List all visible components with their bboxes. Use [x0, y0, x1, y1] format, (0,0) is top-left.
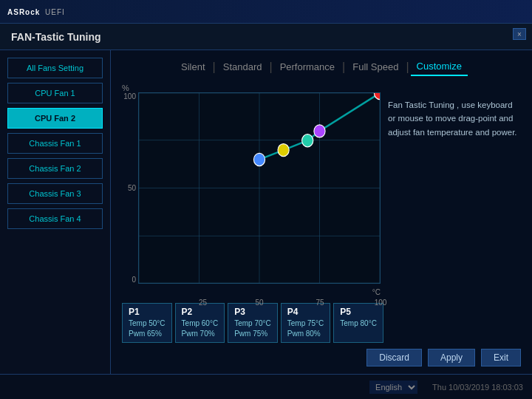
p5-label: P5 [340, 307, 377, 317]
y-min: 0 [132, 276, 136, 284]
tab-silent[interactable]: Silent [175, 58, 211, 75]
sidebar-item-chassis-fan3[interactable]: Chassis Fan 3 [7, 183, 103, 204]
chart-desc-row: % [122, 83, 521, 299]
x-50: 50 [255, 299, 263, 307]
p3-label: P3 [234, 307, 271, 317]
x-25: 25 [199, 299, 207, 307]
y-max: 100 [123, 92, 136, 100]
chart-y-label: % [122, 83, 129, 92]
sidebar-item-chassis-fan4[interactable]: Chassis Fan 4 [7, 208, 103, 229]
p4-label: P4 [287, 307, 324, 317]
y-axis-labels: 100 50 0 [122, 92, 138, 284]
p4-pwm: Pwm 80% [287, 329, 324, 339]
svg-point-22 [374, 93, 380, 100]
description-box: Fan Tastic Tuning , use keyboard or mous… [388, 83, 521, 299]
svg-point-20 [302, 134, 313, 147]
celsius-label: °C [372, 288, 381, 296]
close-button[interactable]: × [513, 28, 526, 40]
exit-button[interactable]: Exit [481, 349, 521, 366]
page-title: FAN-Tastic Tuning [11, 31, 101, 43]
main-content: All Fans Setting CPU Fan 1 CPU Fan 2 Cha… [0, 50, 532, 374]
tab-performance[interactable]: Performance [274, 58, 341, 75]
apply-button[interactable]: Apply [428, 349, 475, 366]
sidebar-item-all-fans[interactable]: All Fans Setting [7, 58, 103, 78]
p3-temp: Temp 70°C [234, 318, 271, 329]
logo: ASRock UEFI [7, 6, 65, 17]
logo-suffix: UEFI [45, 8, 65, 16]
p-point-1[interactable]: P1 Temp 50°C Pwm 65% [122, 303, 172, 343]
p3-pwm: Pwm 75% [234, 329, 271, 339]
bottom-bar: English Thu 10/03/2019 18:03:03 [0, 374, 532, 399]
p-points-row: P1 Temp 50°C Pwm 65% P2 Temp 60°C Pwm 70… [122, 303, 521, 343]
tab-full-speed[interactable]: Full Speed [347, 58, 404, 75]
tab-standard[interactable]: Standard [217, 58, 268, 75]
p4-temp: Temp 75°C [287, 318, 324, 329]
chart-wrapper: % [122, 83, 381, 299]
chart-area[interactable]: 100 50 0 25 50 75 100 °C [138, 92, 381, 284]
logo-text: ASRock [7, 8, 40, 16]
language-select[interactable]: English [369, 381, 417, 394]
svg-point-21 [314, 125, 325, 137]
sidebar-item-cpu-fan2[interactable]: CPU Fan 2 [7, 108, 103, 129]
right-area: Silent | Standard | Performance | Full S… [111, 50, 532, 374]
action-buttons: Discard Apply Exit [122, 349, 521, 366]
tab-customize[interactable]: Customize [411, 58, 468, 76]
datetime: Thu 10/03/2019 18:03:03 [432, 383, 523, 392]
p-point-5[interactable]: P5 Temp 80°C [333, 303, 383, 343]
p5-temp: Temp 80°C [340, 318, 377, 329]
sidebar-item-cpu-fan1[interactable]: CPU Fan 1 [7, 83, 103, 103]
discard-button[interactable]: Discard [366, 349, 422, 366]
header-bar: ASRock UEFI [0, 0, 532, 24]
p-point-3[interactable]: P3 Temp 70°C Pwm 75% [228, 303, 278, 343]
p2-pwm: Pwm 70% [182, 329, 219, 339]
sidebar-item-chassis-fan1[interactable]: Chassis Fan 1 [7, 133, 103, 154]
svg-point-19 [278, 144, 289, 157]
description-text: Fan Tastic Tuning , use keyboard or mous… [388, 100, 517, 137]
chart-svg: 100 50 0 25 50 75 100 °C [139, 93, 380, 283]
p2-label: P2 [182, 307, 219, 317]
x-100: 100 [375, 299, 387, 307]
mode-tabs: Silent | Standard | Performance | Full S… [122, 58, 521, 76]
p1-pwm: Pwm 65% [129, 329, 166, 339]
p1-temp: Temp 50°C [129, 318, 166, 329]
title-bar: FAN-Tastic Tuning × [0, 24, 532, 50]
sidebar-item-chassis-fan2[interactable]: Chassis Fan 2 [7, 158, 103, 179]
sidebar: All Fans Setting CPU Fan 1 CPU Fan 2 Cha… [0, 50, 111, 374]
x-75: 75 [316, 299, 324, 307]
p2-temp: Temp 60°C [182, 318, 219, 329]
p-point-2[interactable]: P2 Temp 60°C Pwm 70% [175, 303, 225, 343]
svg-point-18 [253, 153, 265, 166]
y-mid: 50 [128, 184, 136, 192]
p1-label: P1 [129, 307, 166, 317]
p-point-4[interactable]: P4 Temp 75°C Pwm 80% [281, 303, 331, 343]
bottom-right: English Thu 10/03/2019 18:03:03 [369, 381, 523, 394]
